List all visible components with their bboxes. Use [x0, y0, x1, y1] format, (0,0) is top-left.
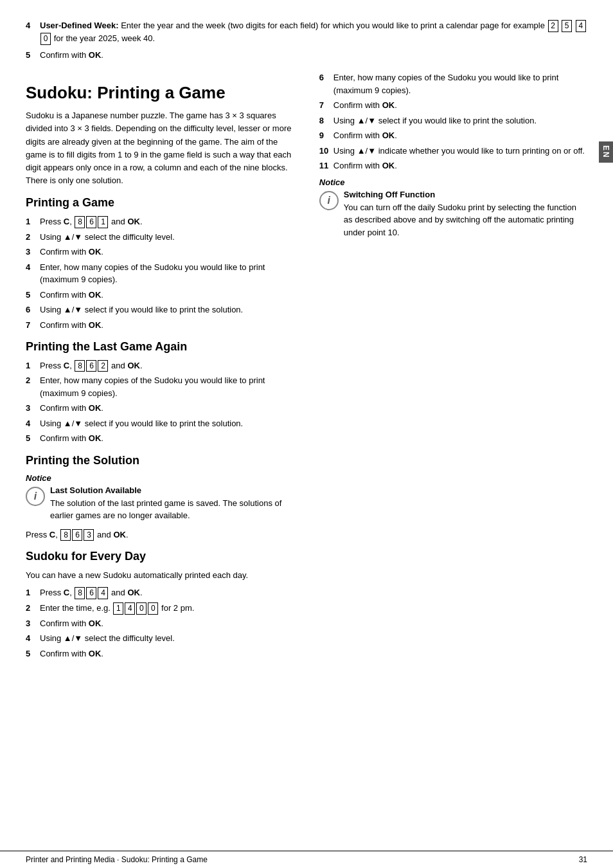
- every-day-list: 1 Press C, 864 and OK. 2 Enter the time,…: [26, 586, 300, 660]
- key-4e: 4: [125, 602, 135, 615]
- rc-step-11: 11 Confirm with OK.: [319, 159, 587, 172]
- pg-step-6: 6 Using ▲/▼ select if you would like to …: [26, 303, 300, 316]
- lg-step-3-content: Confirm with OK.: [40, 402, 300, 415]
- key-8d: 8: [75, 587, 85, 599]
- pg-step-3: 3 Confirm with OK.: [26, 246, 300, 258]
- rc-step-7-num: 7: [319, 99, 331, 112]
- intro-item-4-num: 4: [26, 19, 37, 45]
- en-language-tab: EN: [599, 141, 613, 163]
- rc-step-10: 10 Using ▲/▼ indicate whether you would …: [319, 145, 587, 158]
- ed-step-3-content: Confirm with OK.: [40, 617, 300, 630]
- lg-step-5-content: Confirm with OK.: [40, 432, 300, 445]
- pg-step-3-num: 3: [26, 246, 37, 258]
- lg-step-1: 1 Press C, 862 and OK.: [26, 359, 300, 372]
- switching-notice-content: Switching Off Function You can turn off …: [344, 190, 587, 239]
- intro-item-5-num: 5: [26, 49, 37, 62]
- ed-step-2-content: Enter the time, e.g. 1400 for 2 pm.: [40, 602, 300, 615]
- lg-step-2: 2 Enter, how many copies of the Sudoku y…: [26, 374, 300, 399]
- pg-step-6-num: 6: [26, 303, 37, 316]
- rc-step-8-content: Using ▲/▼ select if you would like to pr…: [333, 114, 587, 127]
- pg-step-4-content: Enter, how many copies of the Sudoku you…: [40, 261, 300, 286]
- ed-step-5: 5 Confirm with OK.: [26, 647, 300, 660]
- pg-step-7-content: Confirm with OK.: [40, 319, 300, 332]
- pg-step-7: 7 Confirm with OK.: [26, 319, 300, 332]
- lg-step-4: 4 Using ▲/▼ select if you would like to …: [26, 417, 300, 430]
- intro-item-4-suffix: for the year 2025, week 40.: [54, 33, 155, 43]
- lg-step-3: 3 Confirm with OK.: [26, 402, 300, 415]
- key-3c: 3: [84, 529, 94, 541]
- key-8a: 8: [75, 216, 85, 228]
- rc-step-10-content: Using ▲/▼ indicate whether you would lik…: [333, 145, 587, 158]
- solution-notice-text: The solution of the last printed game is…: [50, 497, 300, 522]
- section-printing-game-title: Printing a Game: [26, 196, 300, 210]
- lg-step-5-num: 5: [26, 432, 37, 445]
- footer-left-text: Printer and Printing Media · Sudoku: Pri…: [26, 855, 208, 864]
- pg-step-4: 4 Enter, how many copies of the Sudoku y…: [26, 261, 300, 286]
- rc-step-6-content: Enter, how many copies of the Sudoku you…: [333, 71, 587, 96]
- page-footer: Printer and Printing Media · Sudoku: Pri…: [0, 851, 613, 868]
- key-0e1: 0: [136, 602, 147, 615]
- intro-item-4-content: User-Defined Week: Enter the year and th…: [40, 19, 587, 45]
- pg-step-3-content: Confirm with OK.: [40, 246, 300, 258]
- pg-step-6-content: Using ▲/▼ select if you would like to pr…: [40, 303, 300, 316]
- lg-step-3-num: 3: [26, 402, 37, 415]
- rc-step-8: 8 Using ▲/▼ select if you would like to …: [319, 114, 587, 127]
- solution-notice-box: i Last Solution Available The solution o…: [26, 485, 300, 522]
- last-game-list: 1 Press C, 862 and OK. 2 Enter, how many…: [26, 359, 300, 445]
- rc-step-6: 6 Enter, how many copies of the Sudoku y…: [319, 71, 587, 96]
- ed-step-4-content: Using ▲/▼ select the difficulty level.: [40, 632, 300, 645]
- ed-step-1-num: 1: [26, 586, 37, 599]
- key-8c: 8: [60, 529, 71, 541]
- rc-step-11-content: Confirm with OK.: [333, 159, 587, 172]
- solution-notice-icon: i: [26, 487, 45, 506]
- rc-step-10-num: 10: [319, 145, 331, 158]
- pg-step-1-num: 1: [26, 215, 37, 228]
- rc-step-7: 7 Confirm with OK.: [319, 99, 587, 112]
- intro-item-4: 4 User-Defined Week: Enter the year and …: [26, 19, 587, 45]
- solution-press-line: Press C, 863 and OK.: [26, 529, 300, 541]
- intro-item-4-text: Enter the year and the week (two digits …: [121, 21, 547, 30]
- right-column: 6 Enter, how many copies of the Sudoku y…: [313, 71, 587, 665]
- intro-section: 4 User-Defined Week: Enter the year and …: [0, 19, 613, 71]
- section-every-day-title: Sudoku for Every Day: [26, 550, 300, 564]
- rc-step-9-content: Confirm with OK.: [333, 129, 587, 142]
- ed-step-2: 2 Enter the time, e.g. 1400 for 2 pm.: [26, 602, 300, 615]
- ed-step-3-num: 3: [26, 617, 37, 630]
- pg-step-2-content: Using ▲/▼ select the difficulty level.: [40, 231, 300, 244]
- key-4d: 4: [98, 587, 108, 599]
- lg-step-1-num: 1: [26, 359, 37, 372]
- section-solution-title: Printing the Solution: [26, 454, 300, 468]
- lg-step-1-content: Press C, 862 and OK.: [40, 359, 300, 372]
- key-4: 4: [576, 20, 586, 32]
- pg-step-4-num: 4: [26, 261, 37, 286]
- solution-notice-content: Last Solution Available The solution of …: [50, 485, 300, 522]
- key-6b: 6: [86, 360, 96, 372]
- pg-step-7-num: 7: [26, 319, 37, 332]
- key-0e2: 0: [148, 602, 158, 615]
- rc-step-9-num: 9: [319, 129, 331, 142]
- ed-step-3: 3 Confirm with OK.: [26, 617, 300, 630]
- key-8b: 8: [75, 360, 85, 372]
- switching-notice-label: Notice: [319, 177, 587, 187]
- user-defined-week-label: User-Defined Week:: [40, 21, 119, 30]
- lg-step-4-content: Using ▲/▼ select if you would like to pr…: [40, 417, 300, 430]
- rc-step-11-num: 11: [319, 159, 331, 172]
- rc-step-7-content: Confirm with OK.: [333, 99, 587, 112]
- sudoku-intro-text: Sudoku is a Japanese number puzzle. The …: [26, 109, 300, 187]
- lg-step-4-num: 4: [26, 417, 37, 430]
- ed-step-2-num: 2: [26, 602, 37, 615]
- ed-step-1: 1 Press C, 864 and OK.: [26, 586, 300, 599]
- key-6c: 6: [72, 529, 82, 541]
- rc-step-6-num: 6: [319, 71, 331, 96]
- solution-notice-label: Notice: [26, 473, 300, 483]
- ed-step-5-content: Confirm with OK.: [40, 647, 300, 660]
- pg-step-2: 2 Using ▲/▼ select the difficulty level.: [26, 231, 300, 244]
- key-1e: 1: [113, 602, 123, 615]
- page: EN 4 User-Defined Week: Enter the year a…: [0, 0, 613, 868]
- key-6a: 6: [86, 216, 96, 228]
- pg-step-5: 5 Confirm with OK.: [26, 289, 300, 302]
- lg-step-5: 5 Confirm with OK.: [26, 432, 300, 445]
- switching-notice-box: i Switching Off Function You can turn of…: [319, 190, 587, 239]
- left-column: Sudoku: Printing a Game Sudoku is a Japa…: [26, 71, 313, 665]
- solution-notice-title: Last Solution Available: [50, 485, 300, 495]
